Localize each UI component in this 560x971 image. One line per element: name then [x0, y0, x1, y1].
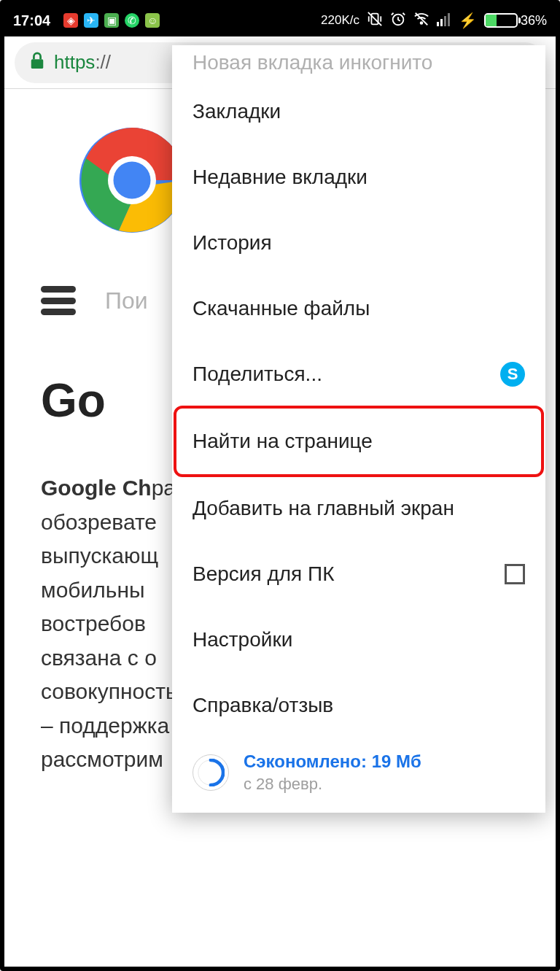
vibrate-icon — [367, 11, 383, 31]
svg-rect-7 — [437, 22, 439, 26]
menu-data-savings[interactable]: Сэкономлено: 19 Мб с 28 февр. — [172, 738, 545, 813]
status-bar: 17:04 ◈ ✈ ▣ ✆ ☺ 220K/c ⚡ 36% — [4, 4, 556, 36]
status-time: 17:04 — [13, 12, 50, 29]
menu-item-add-to-home[interactable]: Добавить на главный экран — [172, 476, 545, 541]
menu-item-incognito[interactable]: Новая вкладка инкогнито — [172, 50, 545, 79]
menu-item-bookmarks[interactable]: Закладки — [172, 79, 545, 144]
svg-line-3 — [368, 12, 381, 25]
url-text: https:// — [54, 51, 111, 74]
browser-menu: Новая вкладка инкогнито Закладки Недавни… — [172, 45, 545, 813]
lock-icon — [29, 51, 45, 74]
svg-rect-8 — [440, 19, 443, 26]
data-saver-icon — [192, 754, 229, 791]
phone-frame: 17:04 ◈ ✈ ▣ ✆ ☺ 220K/c ⚡ 36% — [0, 0, 560, 971]
app-icon-1: ◈ — [63, 13, 78, 28]
menu-item-downloads[interactable]: Скачанные файлы — [172, 276, 545, 341]
svg-rect-10 — [448, 13, 450, 26]
menu-item-settings[interactable]: Настройки — [172, 607, 545, 673]
app-icon-5: ☺ — [145, 13, 160, 28]
network-speed: 220K/c — [321, 13, 359, 28]
menu-item-recent-tabs[interactable]: Недавние вкладки — [172, 144, 545, 210]
wifi-off-icon — [413, 11, 429, 31]
chrome-logo-icon — [77, 125, 187, 235]
data-savings-text: Сэкономлено: 19 Мб с 28 февр. — [244, 751, 421, 794]
app-icon-2: ✈ — [84, 13, 98, 28]
hamburger-icon[interactable] — [41, 286, 76, 315]
menu-item-history[interactable]: История — [172, 210, 545, 276]
svg-rect-11 — [31, 59, 44, 69]
battery-indicator: 36% — [484, 13, 547, 28]
page-search-placeholder[interactable]: Пои — [105, 287, 148, 314]
menu-item-find-in-page[interactable]: Найти на странице — [176, 409, 541, 474]
skype-icon: S — [500, 362, 525, 387]
signal-icon — [437, 12, 451, 30]
alarm-icon — [390, 11, 406, 31]
status-right: 220K/c ⚡ 36% — [321, 11, 547, 31]
menu-item-desktop-site[interactable]: Версия для ПК — [172, 541, 545, 607]
battery-percent: 36% — [521, 13, 547, 28]
app-icon-3: ▣ — [104, 13, 119, 28]
app-icon-4: ✆ — [125, 13, 139, 28]
menu-item-share[interactable]: Поделиться... S — [172, 341, 545, 407]
svg-rect-9 — [444, 16, 446, 26]
menu-item-help[interactable]: Справка/отзыв — [172, 673, 545, 738]
desktop-site-checkbox[interactable] — [505, 564, 525, 584]
status-left: 17:04 ◈ ✈ ▣ ✆ ☺ — [13, 12, 160, 29]
svg-point-5 — [421, 22, 423, 24]
charging-icon: ⚡ — [459, 12, 477, 29]
svg-point-14 — [114, 162, 151, 199]
